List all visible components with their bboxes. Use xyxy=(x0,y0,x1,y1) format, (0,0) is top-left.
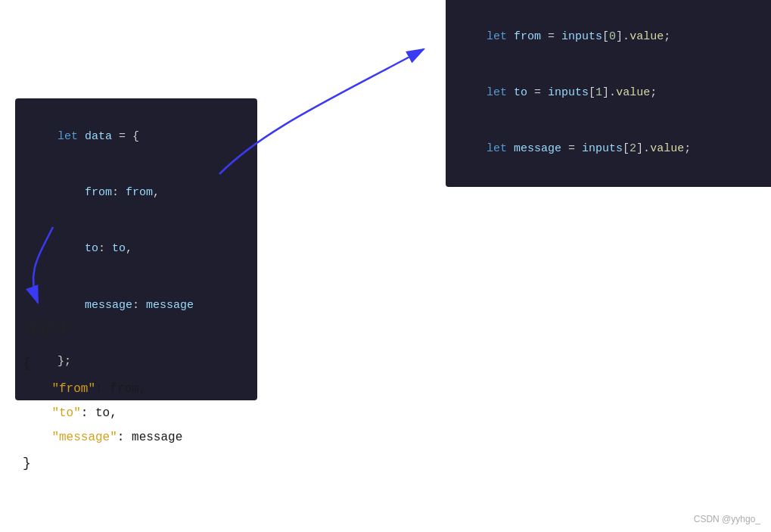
code-line-top-1: let from = inputs[0].value; xyxy=(459,9,757,65)
code-line-left-1: let data = { xyxy=(30,109,242,165)
equiv-section: 等价于 { "from": from, "to": to, "message":… xyxy=(23,318,182,477)
equiv-code: { "from": from, "to": to, "message": mes… xyxy=(23,350,182,477)
code-block-top: let from = inputs[0].value; let to = inp… xyxy=(446,0,771,187)
equiv-row-2: "to": to, xyxy=(23,401,182,425)
equiv-label: 等价于 xyxy=(23,318,182,341)
equiv-row-3: "message": message xyxy=(23,425,182,450)
watermark: CSDN @yyhgo_ xyxy=(694,514,760,524)
equiv-close-brace: } xyxy=(23,450,182,477)
code-line-top-3: let message = inputs[2].value; xyxy=(459,122,757,178)
equiv-open-brace: { xyxy=(23,350,182,377)
equiv-row-1: "from": from, xyxy=(23,377,182,401)
code-line-top-2: let to = inputs[1].value; xyxy=(459,65,757,121)
code-line-left-3: to: to, xyxy=(30,222,242,278)
code-line-left-2: from: from, xyxy=(30,165,242,221)
